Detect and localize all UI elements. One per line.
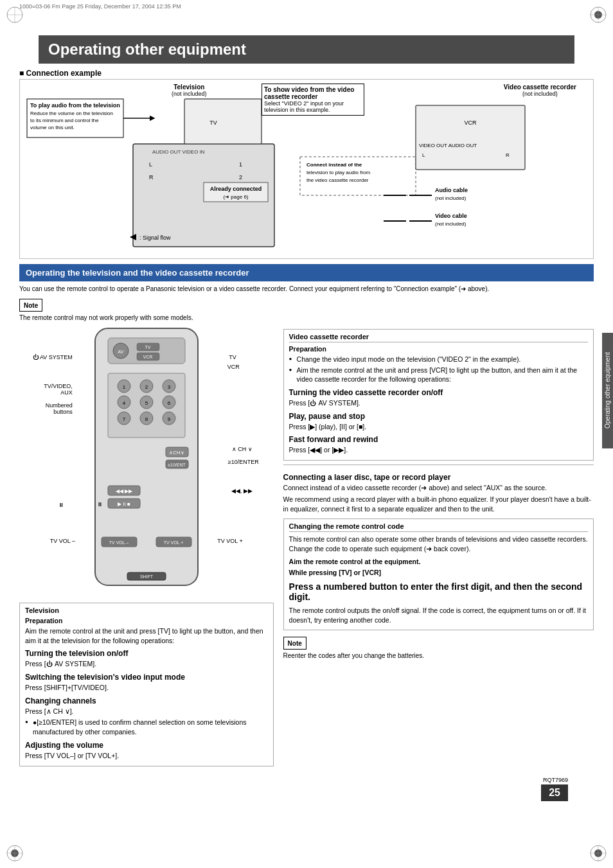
ii-label: II [60, 502, 63, 508]
note2-box: Note [283, 637, 306, 650]
tv-label-remote: TV [229, 354, 236, 360]
corner-br [589, 844, 608, 863]
changing-channels-bullet: ●[≥10/ENTER] is used to confirm channel … [25, 718, 268, 736]
switching-video-text: Press [SHIFT]+[TV/VIDEO]. [25, 683, 268, 693]
note2-section: Note Reenter the codes after you change … [283, 634, 594, 659]
svg-text:TV: TV [209, 120, 217, 126]
svg-text:to its minimum and control the: to its minimum and control the [30, 118, 99, 123]
svg-text:2: 2 [239, 174, 242, 181]
svg-text:7: 7 [123, 416, 126, 422]
page-header-bar: Operating other equipment [39, 35, 574, 64]
turning-tv-heading: Turning the television on/off [25, 649, 268, 658]
adjusting-volume-text: Press [TV VOL–] or [TV VOL+]. [25, 751, 268, 761]
svg-text:VCR: VCR [143, 355, 152, 359]
tv-vol-plus-label: TV VOL + [217, 538, 242, 544]
remote-code-title: Changing the remote control code [289, 522, 588, 532]
note2-text: Reenter the codes after you change the b… [283, 652, 594, 659]
connection-diagram: To play audio from the television Reduce… [24, 93, 576, 253]
vcr-section: Video cassette recorder Preparation Chan… [283, 329, 594, 461]
svg-text:To play audio from the televis: To play audio from the television [30, 102, 120, 109]
svg-text:9: 9 [168, 416, 171, 422]
intro-text: You can use the remote control to operat… [19, 285, 594, 294]
svg-text:Video cable: Video cable [435, 213, 467, 219]
svg-text:5: 5 [145, 400, 148, 406]
svg-text:(not included): (not included) [435, 221, 466, 227]
top-meta: 1000=03-06 Fm Page 25 Friday, December 1… [19, 3, 594, 10]
svg-text:TV VOL +: TV VOL + [163, 540, 183, 545]
tv-prep-label: Preparation [25, 617, 268, 624]
ch-label: ∧ CH ∨ [232, 446, 253, 452]
svg-text:TV: TV [145, 345, 150, 350]
play-pause-stop-heading: Play, pause and stop [289, 412, 588, 421]
svg-text:R: R [506, 152, 510, 158]
play-pause-stop-text: Press [▶] (play), [II] or [■]. [289, 422, 588, 432]
remote-code-intro: This remote control can also operate som… [289, 535, 588, 553]
svg-text:(not included): (not included) [435, 195, 466, 201]
svg-text:volume on this unit.: volume on this unit. [30, 125, 75, 130]
svg-text:Reduce the volume on the telev: Reduce the volume on the television [30, 111, 113, 116]
enter-label: ≥10/ENTER [228, 459, 259, 465]
switching-video-heading: Switching the television's video input m… [25, 673, 268, 682]
corner-bl [5, 844, 24, 863]
to-show-video-text: Select "VIDEO 2" input on your televisio… [264, 100, 362, 113]
svg-text:2: 2 [145, 384, 148, 390]
connection-section-title: ■ Connection example [19, 69, 102, 78]
svg-text:AUDIO OUT  VIDEO IN: AUDIO OUT VIDEO IN [152, 149, 205, 155]
vcr-bullet2: Aim the remote control at the unit and p… [289, 366, 588, 384]
svg-text:: Signal flow: : Signal flow [139, 235, 171, 241]
turning-vcr-heading: Turning the video cassette recorder on/o… [289, 388, 588, 397]
tv-section-title: Television [25, 607, 268, 614]
vcr-label: Video cassette recorder [504, 84, 576, 91]
numbered-buttons-label: Numberedbuttons [24, 402, 73, 415]
svg-text:L: L [422, 152, 425, 158]
svg-text:▶ II ■: ▶ II ■ [118, 501, 130, 507]
vcr-prep-label: Preparation [289, 345, 588, 353]
svg-text:4: 4 [123, 400, 126, 406]
svg-text:(➜ page 6): (➜ page 6) [223, 194, 248, 200]
note2-label: Note [288, 640, 302, 647]
remote-code-aim: Aim the remote control at the equipment. [289, 557, 588, 567]
changing-channels-text: Press [∧ CH ∨]. [25, 707, 268, 716]
side-tab: Operating other equipment [602, 333, 613, 448]
rqt-number: RQT7969 [19, 777, 568, 783]
av-system-label: ⏻ AV SYSTEM [21, 354, 73, 360]
vcr-bullet1: Change the video input mode on the telev… [289, 355, 588, 364]
page-number: 25 [541, 784, 568, 801]
svg-text:1: 1 [123, 384, 126, 390]
note1-label: Note [24, 302, 38, 309]
svg-rect-27 [184, 99, 262, 144]
note1-text: The remote control may not work properly… [19, 314, 594, 321]
vcr-sub: (not included) [504, 91, 576, 97]
remote-code-while-pressing: While pressing [TV] or [VCR] [289, 568, 588, 578]
svg-text:8: 8 [145, 416, 148, 422]
operating-section-header: Operating the television and the video c… [19, 264, 594, 281]
svg-text:1: 1 [239, 161, 242, 168]
svg-text:R: R [149, 174, 154, 181]
changing-channels-heading: Changing channels [25, 696, 268, 705]
television-section: Television Preparation Aim the remote co… [19, 603, 274, 766]
svg-text:∧CH∨: ∧CH∨ [169, 450, 184, 456]
svg-text:SHIFT: SHIFT [140, 574, 154, 579]
vcr-section-title: Video cassette recorder [289, 333, 588, 342]
rewind-ff-label: ◀◀, ▶▶ [231, 488, 253, 494]
remote-diagram: AV TV VCR 1 2 3 4 [76, 325, 217, 595]
svg-text:VCR: VCR [464, 120, 477, 126]
television-label: Television [172, 84, 207, 91]
page-title: Operating other equipment [48, 40, 565, 58]
laser-disc-section: Connecting a laser disc, tape or record … [283, 465, 594, 513]
svg-text:II: II [98, 501, 102, 508]
laser-disc-text2: We recommend using a record player with … [283, 495, 594, 513]
remote-code-big-text: Press a numbered button to enter the fir… [289, 581, 588, 602]
vcr-label-remote: VCR [227, 364, 240, 370]
svg-text:≥10/ENT: ≥10/ENT [168, 463, 186, 467]
tv-prep-text: Aim the remote control at the unit and p… [25, 626, 268, 645]
laser-disc-text1: Connect instead of a video cassette reco… [283, 483, 594, 493]
svg-text:◀◀  ▶▶: ◀◀ ▶▶ [116, 488, 133, 494]
turning-vcr-text: Press [⏻ AV SYSTEM]. [289, 398, 588, 408]
svg-text:L: L [149, 161, 152, 168]
tv-vol-minus-label: TV VOL – [50, 538, 75, 544]
svg-text:Already connected: Already connected [210, 186, 262, 192]
svg-text:VIDEO OUT  AUDIO OUT: VIDEO OUT AUDIO OUT [419, 143, 477, 148]
to-show-video-title: To show video from the video cassette re… [264, 86, 362, 100]
svg-text:Connect instead of the: Connect instead of the [306, 162, 362, 168]
